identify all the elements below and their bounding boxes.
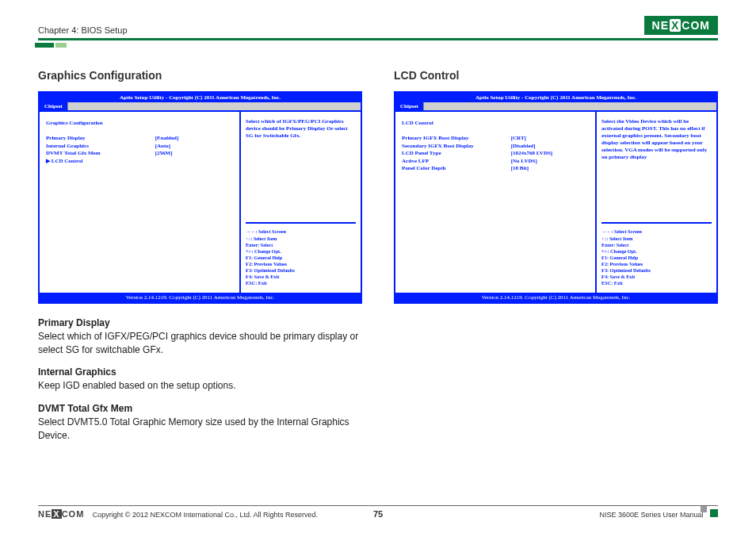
section-title-graphics: Graphics Configuration (38, 69, 362, 82)
bios-key: F3: Optimized Defaults (601, 267, 712, 274)
bios-key: F4: Save & Exit (246, 274, 356, 280)
bios-key: +/-: Change Opt. (246, 248, 356, 255)
bios-row-value: [CRT] (511, 135, 589, 142)
page-header: Chapter 4: BIOS Setup NEXCOM (38, 16, 718, 35)
bios-tab-chipset[interactable]: Chipset (395, 102, 424, 110)
bios-key-list: →←: Select Screen ↑↓: Select Item Enter:… (246, 222, 356, 286)
brand-logo: NEXCOM (644, 16, 718, 35)
bios-settings-pane: Graphics Configuration Primary Display [… (40, 112, 241, 293)
bios-help-pane: Select which of IGFX/PEG/PCI Graphics de… (241, 112, 361, 293)
bios-row-label: Panel Color Depth (402, 165, 511, 172)
bios-key-list: →←: Select Screen ↑↓: Select Item Enter:… (601, 222, 712, 286)
bios-tab-bar: Chipset (395, 102, 716, 110)
bios-pane-heading: Graphics Configuration (46, 120, 233, 127)
bios-key: ↑↓: Select Item (246, 236, 356, 242)
bios-help-text: Select the Video Device which will be ac… (601, 118, 712, 162)
bios-key: ESC: Exit (601, 280, 712, 286)
section-title-lcd: LCD Control (394, 69, 718, 82)
bios-key: F1: General Help (246, 255, 356, 261)
bios-row[interactable]: LCD Panel Type [1024x768 LVDS] (402, 150, 589, 157)
bios-row[interactable]: Panel Color Depth [18 Bit] (402, 165, 589, 172)
description-block: Primary Display Select which of IGFX/PEG… (38, 316, 362, 442)
footer-decor-icon (710, 509, 718, 517)
bios-help-text: Select which of IGFX/PEG/PCI Graphics de… (246, 118, 356, 140)
bios-settings-pane: LCD Control Primary IGFX Boot Display [C… (395, 112, 597, 293)
desc-body: Select DVMT5.0 Total Graphic Memory size… (38, 416, 362, 443)
page-footer: NEXCOM Copyright © 2012 NEXCOM Internati… (38, 505, 718, 519)
bios-row-value: [No LVDS] (511, 158, 589, 165)
bios-tab-chipset[interactable]: Chipset (40, 102, 68, 110)
desc-term: Internal Graphics (38, 366, 362, 379)
bios-row-label: ▶ LCD Control (46, 158, 155, 165)
bios-row-value (155, 158, 233, 165)
bios-title-bar: Aptio Setup Utility - Copyright (C) 2011… (395, 93, 716, 102)
desc-body: Select which of IGFX/PEG/PCI graphics de… (38, 330, 362, 357)
bios-key: →←: Select Screen (246, 228, 356, 235)
bios-row[interactable]: Secondary IGFX Boot Display [Disabled] (402, 143, 589, 150)
desc-term: DVMT Total Gfx Mem (38, 402, 362, 416)
bios-row-label: Primary IGFX Boot Display (402, 135, 511, 142)
chapter-label: Chapter 4: BIOS Setup (38, 25, 128, 35)
bios-tab-bar: Chipset (40, 102, 361, 110)
bios-row-label: Primary Display (46, 135, 155, 142)
header-rule (38, 38, 718, 40)
bios-row-value: [Disabled] (511, 143, 589, 150)
bios-row-label: LCD Panel Type (402, 150, 511, 157)
bios-key: →←: Select Screen (601, 228, 712, 235)
bios-key: ↑↓: Select Item (601, 236, 712, 242)
desc-body: Keep IGD enabled based on the setup opti… (38, 379, 362, 393)
bios-row[interactable]: DVMT Total Gfx Mem [256M] (46, 150, 233, 157)
bios-key: +/-: Change Opt. (601, 248, 712, 255)
bios-row-label: DVMT Total Gfx Mem (46, 150, 155, 157)
left-column: Graphics Configuration Aptio Setup Utili… (38, 69, 362, 442)
bios-key: Enter: Select (246, 242, 356, 248)
bios-key: ESC: Exit (246, 280, 356, 286)
bios-row-value: [256M] (155, 150, 233, 157)
bios-row[interactable]: Active LFP [No LVDS] (402, 158, 589, 165)
bios-row[interactable]: Primary Display [Enabled] (46, 135, 233, 142)
bios-row-value: [18 Bit] (511, 165, 589, 172)
bios-version-bar: Version 2.14.1219. Copyright (C) 2011 Am… (40, 293, 361, 302)
bios-row-value: [Auto] (155, 143, 233, 150)
bios-pane-heading: LCD Control (402, 120, 589, 127)
bios-key: F1: General Help (601, 255, 712, 261)
bios-help-pane: Select the Video Device which will be ac… (597, 112, 716, 293)
bios-row[interactable]: Primary IGFX Boot Display [CRT] (402, 135, 589, 142)
bios-key: F2: Previous Values (246, 261, 356, 267)
bios-row-label: Active LFP (402, 158, 511, 165)
bios-row-label: Internal Graphics (46, 143, 155, 150)
bios-row-value: [Enabled] (155, 135, 233, 142)
bios-key: F4: Save & Exit (601, 274, 712, 280)
bios-row[interactable]: ▶ LCD Control (46, 158, 233, 165)
right-column: LCD Control Aptio Setup Utility - Copyri… (394, 69, 718, 442)
bios-screenshot-graphics: Aptio Setup Utility - Copyright (C) 2011… (38, 91, 362, 304)
bios-row-value: [1024x768 LVDS] (511, 150, 589, 157)
bios-key: F3: Optimized Defaults (246, 267, 356, 274)
bios-version-bar: Version 2.14.1219. Copyright (C) 2011 Am… (395, 293, 716, 302)
bios-row-label: Secondary IGFX Boot Display (402, 143, 511, 150)
desc-term: Primary Display (38, 316, 362, 330)
bios-title-bar: Aptio Setup Utility - Copyright (C) 2011… (40, 93, 361, 102)
bios-row[interactable]: Internal Graphics [Auto] (46, 143, 233, 150)
bios-key: F2: Previous Values (601, 261, 712, 267)
bios-key: Enter: Select (601, 242, 712, 248)
page-number: 75 (38, 509, 718, 519)
bios-screenshot-lcd: Aptio Setup Utility - Copyright (C) 2011… (394, 91, 718, 304)
